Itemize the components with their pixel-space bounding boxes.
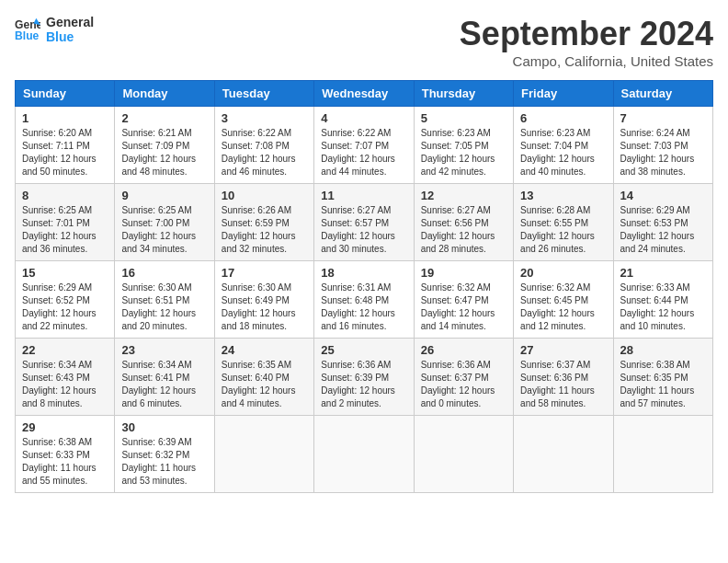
calendar-cell: 9Sunrise: 6:25 AM Sunset: 7:00 PM Daylig… (115, 184, 214, 261)
day-info: Sunrise: 6:38 AM Sunset: 6:33 PM Dayligh… (22, 436, 108, 488)
day-number: 29 (22, 420, 108, 434)
calendar-cell: 18Sunrise: 6:31 AM Sunset: 6:48 PM Dayli… (314, 261, 414, 339)
calendar-cell: 28Sunrise: 6:38 AM Sunset: 6:35 PM Dayli… (613, 339, 712, 416)
day-info: Sunrise: 6:23 AM Sunset: 7:04 PM Dayligh… (520, 127, 606, 178)
day-info: Sunrise: 6:29 AM Sunset: 6:52 PM Dayligh… (22, 282, 108, 333)
calendar-cell (214, 416, 313, 493)
day-number: 1 (22, 111, 108, 125)
day-number: 23 (121, 343, 207, 357)
day-info: Sunrise: 6:31 AM Sunset: 6:48 PM Dayligh… (321, 282, 406, 333)
day-number: 16 (121, 266, 207, 280)
calendar-cell: 12Sunrise: 6:27 AM Sunset: 6:56 PM Dayli… (414, 184, 513, 261)
calendar-cell: 23Sunrise: 6:34 AM Sunset: 6:41 PM Dayli… (115, 339, 214, 416)
calendar-cell: 14Sunrise: 6:29 AM Sunset: 6:53 PM Dayli… (613, 184, 712, 261)
day-info: Sunrise: 6:27 AM Sunset: 6:57 PM Dayligh… (321, 204, 406, 256)
day-info: Sunrise: 6:30 AM Sunset: 6:49 PM Dayligh… (222, 282, 307, 333)
day-number: 9 (121, 189, 207, 202)
calendar-cell: 20Sunrise: 6:32 AM Sunset: 6:45 PM Dayli… (514, 261, 613, 339)
day-number: 11 (321, 189, 406, 202)
day-number: 21 (620, 266, 706, 280)
calendar-cell: 10Sunrise: 6:26 AM Sunset: 6:59 PM Dayli… (214, 184, 313, 261)
day-info: Sunrise: 6:26 AM Sunset: 6:59 PM Dayligh… (222, 204, 307, 256)
header-thursday: Thursday (414, 81, 513, 107)
week-row-2: 15Sunrise: 6:29 AM Sunset: 6:52 PM Dayli… (16, 261, 713, 339)
day-number: 14 (620, 189, 706, 202)
day-number: 22 (22, 343, 108, 357)
calendar-cell: 16Sunrise: 6:30 AM Sunset: 6:51 PM Dayli… (115, 261, 214, 339)
logo-line1: General (46, 15, 94, 29)
day-info: Sunrise: 6:20 AM Sunset: 7:11 PM Dayligh… (22, 127, 108, 178)
calendar-cell: 27Sunrise: 6:37 AM Sunset: 6:36 PM Dayli… (514, 339, 613, 416)
calendar-cell: 21Sunrise: 6:33 AM Sunset: 6:44 PM Dayli… (613, 261, 712, 339)
day-number: 25 (321, 343, 406, 357)
day-info: Sunrise: 6:32 AM Sunset: 6:45 PM Dayligh… (520, 282, 606, 333)
day-number: 17 (222, 266, 307, 280)
calendar-cell: 15Sunrise: 6:29 AM Sunset: 6:52 PM Dayli… (16, 261, 115, 339)
day-info: Sunrise: 6:21 AM Sunset: 7:09 PM Dayligh… (121, 127, 207, 178)
day-info: Sunrise: 6:34 AM Sunset: 6:41 PM Dayligh… (121, 359, 207, 410)
day-info: Sunrise: 6:23 AM Sunset: 7:05 PM Dayligh… (421, 127, 506, 178)
calendar-cell: 25Sunrise: 6:36 AM Sunset: 6:39 PM Dayli… (314, 339, 414, 416)
calendar-cell: 24Sunrise: 6:35 AM Sunset: 6:40 PM Dayli… (214, 339, 313, 416)
calendar-table: SundayMondayTuesdayWednesdayThursdayFrid… (15, 80, 713, 493)
logo: General Blue General Blue (15, 15, 94, 44)
header-row: SundayMondayTuesdayWednesdayThursdayFrid… (16, 81, 713, 107)
day-number: 28 (620, 343, 706, 357)
calendar-cell: 7Sunrise: 6:24 AM Sunset: 7:03 PM Daylig… (613, 107, 712, 184)
location-title: Campo, California, United States (460, 53, 713, 69)
day-info: Sunrise: 6:39 AM Sunset: 6:32 PM Dayligh… (121, 436, 207, 488)
calendar-cell: 26Sunrise: 6:36 AM Sunset: 6:37 PM Dayli… (414, 339, 513, 416)
svg-text:Blue: Blue (15, 29, 40, 42)
header-monday: Monday (115, 81, 214, 107)
month-title: September 2024 (460, 15, 713, 53)
week-row-1: 8Sunrise: 6:25 AM Sunset: 7:01 PM Daylig… (16, 184, 713, 261)
day-number: 30 (121, 420, 207, 434)
calendar-cell: 1Sunrise: 6:20 AM Sunset: 7:11 PM Daylig… (16, 107, 115, 184)
day-info: Sunrise: 6:24 AM Sunset: 7:03 PM Dayligh… (620, 127, 706, 178)
day-info: Sunrise: 6:22 AM Sunset: 7:07 PM Dayligh… (321, 127, 406, 178)
header-saturday: Saturday (613, 81, 712, 107)
day-number: 8 (22, 189, 108, 202)
calendar-cell: 13Sunrise: 6:28 AM Sunset: 6:55 PM Dayli… (514, 184, 613, 261)
day-info: Sunrise: 6:32 AM Sunset: 6:47 PM Dayligh… (421, 282, 506, 333)
day-number: 15 (22, 266, 108, 280)
calendar-cell: 5Sunrise: 6:23 AM Sunset: 7:05 PM Daylig… (414, 107, 513, 184)
day-info: Sunrise: 6:25 AM Sunset: 7:00 PM Dayligh… (121, 204, 207, 256)
day-number: 7 (620, 111, 706, 125)
calendar-cell: 3Sunrise: 6:22 AM Sunset: 7:08 PM Daylig… (214, 107, 313, 184)
calendar-cell: 29Sunrise: 6:38 AM Sunset: 6:33 PM Dayli… (16, 416, 115, 493)
day-info: Sunrise: 6:37 AM Sunset: 6:36 PM Dayligh… (520, 359, 606, 410)
calendar-cell: 17Sunrise: 6:30 AM Sunset: 6:49 PM Dayli… (214, 261, 313, 339)
day-number: 10 (222, 189, 307, 202)
day-number: 13 (520, 189, 606, 202)
day-info: Sunrise: 6:35 AM Sunset: 6:40 PM Dayligh… (222, 359, 307, 410)
day-info: Sunrise: 6:28 AM Sunset: 6:55 PM Dayligh… (520, 204, 606, 256)
week-row-3: 22Sunrise: 6:34 AM Sunset: 6:43 PM Dayli… (16, 339, 713, 416)
header-friday: Friday (514, 81, 613, 107)
day-info: Sunrise: 6:38 AM Sunset: 6:35 PM Dayligh… (620, 359, 706, 410)
day-info: Sunrise: 6:29 AM Sunset: 6:53 PM Dayligh… (620, 204, 706, 256)
calendar-cell (314, 416, 414, 493)
day-info: Sunrise: 6:34 AM Sunset: 6:43 PM Dayligh… (22, 359, 108, 410)
calendar-cell: 4Sunrise: 6:22 AM Sunset: 7:07 PM Daylig… (314, 107, 414, 184)
header-sunday: Sunday (16, 81, 115, 107)
day-number: 3 (222, 111, 307, 125)
day-number: 27 (520, 343, 606, 357)
header-tuesday: Tuesday (214, 81, 313, 107)
day-number: 18 (321, 266, 406, 280)
calendar-cell (613, 416, 712, 493)
calendar-cell: 22Sunrise: 6:34 AM Sunset: 6:43 PM Dayli… (16, 339, 115, 416)
calendar-cell (414, 416, 513, 493)
day-info: Sunrise: 6:27 AM Sunset: 6:56 PM Dayligh… (421, 204, 506, 256)
week-row-0: 1Sunrise: 6:20 AM Sunset: 7:11 PM Daylig… (16, 107, 713, 184)
day-number: 20 (520, 266, 606, 280)
day-number: 19 (421, 266, 506, 280)
logo-icon: General Blue (15, 17, 40, 42)
day-number: 5 (421, 111, 506, 125)
calendar-cell: 8Sunrise: 6:25 AM Sunset: 7:01 PM Daylig… (16, 184, 115, 261)
calendar-cell: 11Sunrise: 6:27 AM Sunset: 6:57 PM Dayli… (314, 184, 414, 261)
calendar-cell: 2Sunrise: 6:21 AM Sunset: 7:09 PM Daylig… (115, 107, 214, 184)
calendar-cell (514, 416, 613, 493)
day-number: 2 (121, 111, 207, 125)
calendar-cell: 6Sunrise: 6:23 AM Sunset: 7:04 PM Daylig… (514, 107, 613, 184)
